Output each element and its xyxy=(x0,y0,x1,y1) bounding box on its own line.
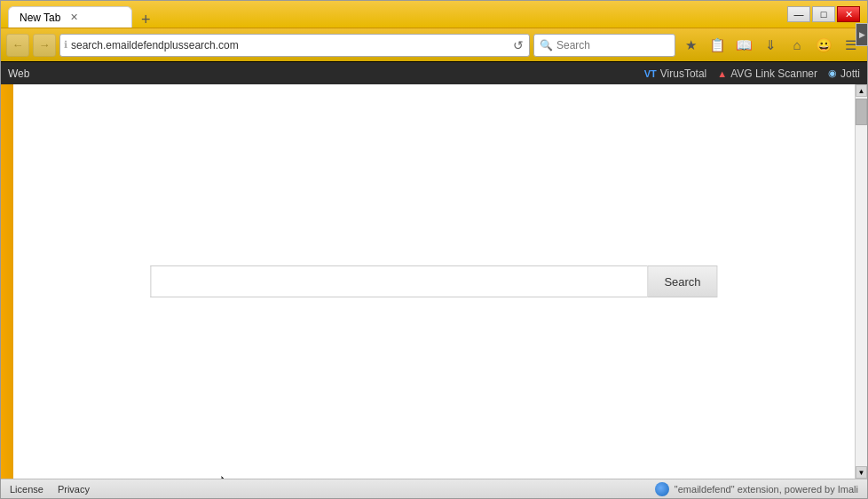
scroll-up-button[interactable]: ▲ xyxy=(856,84,867,97)
main-search-input[interactable] xyxy=(150,265,647,297)
virustotal-icon: VT xyxy=(644,68,657,79)
bookmark-virustotal[interactable]: VT VirusTotal xyxy=(644,67,707,80)
navigation-bar: ← → ℹ ↺ 🔍 ★ 📋 📖 ⇓ ⌂ 😀 ☰ xyxy=(1,28,867,61)
info-icon: ℹ xyxy=(64,39,67,51)
tab-label: New Tab xyxy=(20,12,60,24)
reader-button[interactable]: 📖 xyxy=(732,34,755,57)
svg-marker-0 xyxy=(221,475,231,479)
close-button[interactable]: ✕ xyxy=(837,6,860,22)
home-button[interactable]: ⌂ xyxy=(785,34,809,57)
active-tab[interactable]: New Tab ✕ xyxy=(8,6,132,28)
tab-close-button[interactable]: ✕ xyxy=(67,11,81,24)
avg-icon: ▲ xyxy=(717,68,727,79)
license-link[interactable]: License xyxy=(10,484,43,495)
status-bar: License Privacy "emaildefend" extension,… xyxy=(1,479,867,498)
window-controls: — □ ✕ xyxy=(787,6,860,22)
back-button[interactable]: ← xyxy=(6,34,29,57)
minimize-button[interactable]: — xyxy=(787,6,810,22)
scrollbar-thumb[interactable] xyxy=(856,99,867,125)
bookmark-avg[interactable]: ▲ AVG Link Scanner xyxy=(717,67,817,80)
main-content: ▲ ▼ Search xyxy=(1,84,867,479)
jotti-icon: ◉ xyxy=(828,67,837,79)
download-button[interactable]: ⇓ xyxy=(759,34,782,57)
extension-text: "emaildefend" extension, powered by Imal… xyxy=(675,484,858,495)
sync-button[interactable]: 😀 xyxy=(812,34,835,57)
bookmarks-bar: Web VT VirusTotal ▲ AVG Link Scanner ◉ J… xyxy=(1,61,867,84)
forward-button[interactable]: → xyxy=(33,34,56,57)
browser-search-bar[interactable]: 🔍 xyxy=(533,34,675,57)
main-search-button[interactable]: Search xyxy=(647,265,717,297)
globe-icon xyxy=(655,482,669,496)
bookmarks-scroll[interactable]: ▶ xyxy=(856,23,868,46)
jotti-label: Jotti xyxy=(840,67,860,80)
cursor-indicator xyxy=(221,475,233,479)
title-bar: New Tab ✕ + — □ ✕ xyxy=(1,1,867,28)
new-tab-button[interactable]: + xyxy=(136,12,156,28)
scroll-down-button[interactable]: ▼ xyxy=(856,466,867,479)
reload-button[interactable]: ↺ xyxy=(511,38,525,52)
tab-bar: New Tab ✕ + xyxy=(8,1,787,28)
maximize-button[interactable]: □ xyxy=(812,6,835,22)
scrollbar-empty xyxy=(856,125,867,466)
search-icon: 🔍 xyxy=(540,39,553,51)
browser-search-input[interactable] xyxy=(556,39,654,51)
search-area: Search xyxy=(150,265,717,297)
bookmark-jotti[interactable]: ◉ Jotti xyxy=(828,67,860,80)
virustotal-label: VirusTotal xyxy=(660,67,706,80)
bookmark-web[interactable]: Web xyxy=(8,67,29,80)
avg-label: AVG Link Scanner xyxy=(730,67,817,80)
scrollbar-track: ▲ ▼ xyxy=(855,84,867,479)
bookmark-web-label: Web xyxy=(8,67,29,80)
bookmark-star-button[interactable]: ★ xyxy=(679,34,702,57)
pocket-button[interactable]: 📋 xyxy=(706,34,729,57)
url-input[interactable] xyxy=(71,39,508,51)
address-bar[interactable]: ℹ ↺ xyxy=(59,34,530,57)
side-panel xyxy=(1,84,13,479)
privacy-link[interactable]: Privacy xyxy=(58,484,90,495)
extension-info: "emaildefend" extension, powered by Imal… xyxy=(655,482,858,496)
